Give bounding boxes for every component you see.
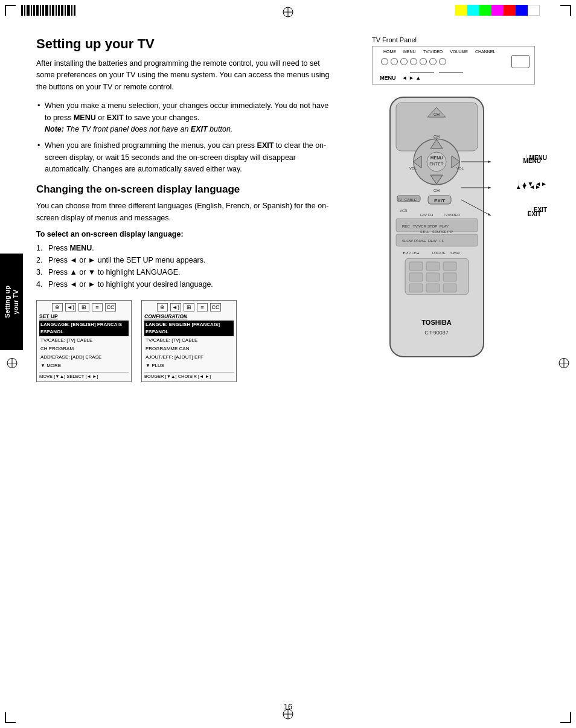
svg-text:FAV CH: FAV CH (420, 213, 433, 217)
screen2-row4: ▼ PLUS (144, 362, 234, 370)
svg-rect-56 (409, 273, 423, 281)
tv-btn-vol1 (410, 58, 417, 65)
corner-mark-tl (5, 5, 16, 16)
tv-power-btn (511, 55, 530, 68)
step-4: 4. Press ◄ or ► to highlight your desire… (36, 278, 332, 290)
bullet-item-1: When you make a menu selection, your cha… (45, 100, 332, 135)
screen1-row1: TV/CABLE: [TV] CABLE (39, 336, 129, 345)
svg-text:ENTER: ENTER (429, 162, 444, 166)
screen1-row4: ▼ MORE (39, 362, 129, 370)
tv-range-vol (410, 72, 434, 73)
remote-svg: CH MENU ENTER VOL VOL CH CH TV CABLE (372, 94, 517, 402)
svg-text:LOCATE: LOCATE (432, 251, 446, 255)
svg-text:CH: CH (434, 112, 440, 117)
svg-text:TV: TV (397, 198, 402, 202)
sidebar-text: Setting up your TV (3, 286, 21, 318)
screen2-label: CONFIGURATION (144, 313, 234, 319)
svg-text:PAUSE: PAUSE (414, 239, 426, 243)
svg-text:FF: FF (440, 239, 444, 243)
svg-rect-57 (426, 273, 440, 281)
svg-text:STILL: STILL (420, 230, 429, 234)
screen1-footer: MOVE [▼▲] SELECT [◄ ►] (39, 372, 129, 379)
svg-text:PLAY: PLAY (440, 225, 449, 228)
page-number: 16 (284, 702, 292, 711)
screen2-icon2: ◄) (170, 303, 181, 311)
svg-rect-55 (443, 262, 456, 270)
tv-btn-tvvideo (400, 58, 408, 65)
color-bar-white (528, 5, 540, 16)
step-2: 2. Press ◄ or ► until the SET UP menu ap… (36, 254, 332, 266)
svg-text:STOP: STOP (427, 225, 437, 228)
right-panel: TV Front Panel HOME MENU TV/VIDEO VOLUME… (372, 36, 559, 408)
step-1: 1. Press MENU. (36, 242, 332, 254)
screen1-label: SET UP (39, 313, 129, 319)
left-crosshair (6, 357, 18, 371)
section-title: Changing the on-screen display language (36, 184, 332, 196)
svg-rect-59 (409, 284, 423, 292)
tv-range-lines (377, 69, 530, 73)
bullet-item-2: When you are finished programming the me… (45, 140, 332, 175)
tv-btn-ch2 (439, 58, 446, 65)
screen2-footer: BOUGER [▼▲] CHOISIR [◄ ►] (144, 372, 234, 379)
color-bars-top (455, 5, 540, 16)
screen1-icon1: ⊕ (52, 303, 63, 311)
color-bar-green (479, 5, 491, 16)
page-title: Setting up your TV (36, 36, 332, 52)
screen1: ⊕ ◄) ⊞ ≡ CC SET UP LANGUAGE: [ENGLISH] F… (36, 300, 132, 382)
tv-btn-home (381, 58, 388, 65)
tv-front-label: TV Front Panel (372, 36, 559, 43)
label-arrows: ▲▼ ◄► (519, 180, 547, 187)
svg-text:CH: CH (434, 135, 440, 139)
steps-header: To select an on-screen display language: (36, 230, 332, 238)
corner-mark-bl (5, 712, 16, 723)
svg-text:MENU: MENU (430, 156, 443, 160)
svg-text:▼PIP CH▲: ▼PIP CH▲ (402, 251, 420, 255)
svg-text:CABLE: CABLE (405, 198, 417, 202)
sidebar: Setting up your TV (0, 254, 23, 350)
step-3: 3. Press ▲ or ▼ to highlight LANGUAGE. (36, 266, 332, 278)
color-bar-red (504, 5, 516, 16)
screen2-row2: PROGRAMME CAN (144, 345, 234, 353)
corner-mark-br (560, 712, 571, 723)
screen1-row3: ADD/ERASE: [ADD] ERASE (39, 353, 129, 362)
svg-text:EXIT: EXIT (434, 198, 445, 203)
screen2-icons: ⊕ ◄) ⊞ ≡ CC (144, 303, 234, 311)
color-bar-yellow (455, 5, 467, 16)
remote-diagram: MENU ▲▼ ◄► EXIT CH MENU ENTER VOL (372, 94, 547, 408)
screen1-icon5: CC (105, 303, 116, 311)
right-crosshair (558, 357, 570, 371)
svg-text:SLOW: SLOW (402, 239, 413, 243)
screen2-icon5: CC (210, 303, 221, 311)
screen1-icon3: ⊞ (78, 303, 89, 311)
tv-arrows-label: ◄ ► ▲ (402, 75, 421, 81)
screen1-icon2: ◄) (65, 303, 76, 311)
tv-btn-ch1 (429, 58, 437, 65)
label-exit: EXIT (531, 206, 547, 213)
section-subtitle: You can choose from three different lang… (36, 200, 332, 224)
svg-text:VOL: VOL (409, 167, 417, 170)
svg-rect-54 (426, 262, 440, 270)
main-content: Setting up your TV After installing the … (36, 36, 332, 382)
svg-text:SOURCE: SOURCE (432, 230, 447, 234)
screen2-icon3: ⊞ (184, 303, 194, 311)
screen1-icons: ⊕ ◄) ⊞ ≡ CC (39, 303, 129, 311)
tv-btn-menu (391, 58, 398, 65)
screen1-icon4: ≡ (92, 303, 103, 311)
tv-front-diagram: HOME MENU TV/VIDEO VOLUME CHANNEL (372, 46, 535, 85)
screen2-row1: TV/CABLE: [TV] CABLE (144, 336, 234, 345)
tv-menu-label: MENU (380, 75, 396, 81)
svg-text:REC: REC (402, 225, 410, 228)
label-menu: MENU (526, 155, 547, 161)
svg-text:TOSHIBA: TOSHIBA (421, 319, 451, 326)
barcode-top (21, 5, 75, 16)
screen2-row3: AJOUT/EFF: [AJOUT] EFF (144, 353, 234, 362)
svg-text:SWAP: SWAP (450, 251, 460, 255)
svg-text:REW: REW (428, 239, 437, 243)
svg-text:PIP: PIP (447, 230, 453, 234)
svg-rect-58 (443, 273, 456, 281)
svg-text:CH: CH (434, 188, 440, 193)
intro-paragraph: After installing the batteries and progr… (36, 58, 332, 93)
svg-text:TV/VIDEO: TV/VIDEO (443, 213, 460, 217)
tv-front-panel-section: TV Front Panel HOME MENU TV/VIDEO VOLUME… (372, 36, 559, 85)
tv-range-ch (439, 72, 463, 73)
